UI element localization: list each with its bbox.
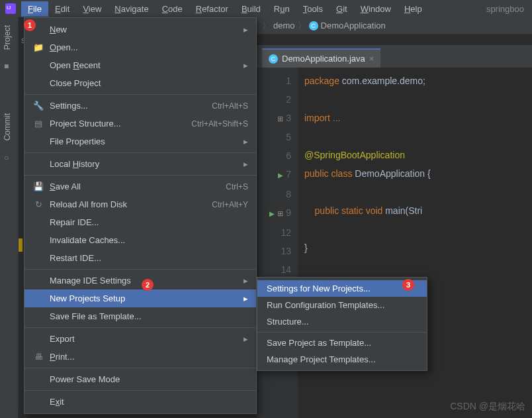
breadcrumb-item[interactable]: demo <box>273 21 295 30</box>
chevron-right-icon: ▸ <box>244 334 248 344</box>
editor-tab-active[interactable]: C DemoApplication.java × <box>262 48 380 68</box>
file-menu-dropdown: New▸ 📁Open... Open Recent▸ Close Project… <box>24 17 257 414</box>
line-number: ⊞3 <box>257 109 291 128</box>
separator <box>24 152 256 153</box>
line-number: 1 <box>257 72 291 90</box>
file-project-structure[interactable]: ▤Project Structure...Ctrl+Alt+Shift+S <box>24 115 256 132</box>
file-restart[interactable]: Restart IDE... <box>24 249 256 267</box>
file-power-save[interactable]: Power Save Mode <box>24 370 256 388</box>
separator <box>257 332 427 333</box>
file-exit[interactable]: Exit <box>24 393 256 411</box>
line-number: 2 <box>257 90 291 109</box>
menu-help[interactable]: Help <box>398 1 429 17</box>
chevron-right-icon: 〉 <box>262 20 271 32</box>
file-reload[interactable]: ↻Reload All from DiskCtrl+Alt+Y <box>24 195 256 213</box>
chevron-right-icon: ▸ <box>244 136 248 146</box>
navigation-breadcrumb: 〉 demo 〉 C DemoApplication <box>257 17 532 34</box>
expand-icon: ⊞ <box>277 209 283 217</box>
print-icon: 🖶 <box>32 352 44 362</box>
class-icon: C <box>309 21 318 30</box>
line-number: 14 <box>257 260 291 279</box>
menubar: File Edit View Navigate Code Refactor Bu… <box>0 0 532 17</box>
commit-tab-label: Commit <box>3 113 12 140</box>
chevron-right-icon: 〉 <box>298 20 306 32</box>
line-number: 5 <box>257 128 291 146</box>
editor-tabs: C DemoApplication.java × <box>257 45 532 68</box>
chevron-right-icon: ▸ <box>244 25 248 34</box>
structure-icon: ▤ <box>32 119 44 129</box>
new-projects-submenu: Settings for New Projects... Run Configu… <box>257 277 427 371</box>
chevron-right-icon: ▸ <box>244 293 248 303</box>
reload-icon: ↻ <box>32 199 44 209</box>
file-export[interactable]: Export▸ <box>24 330 256 348</box>
menu-build[interactable]: Build <box>235 1 267 17</box>
submenu-settings-new-projects[interactable]: Settings for New Projects... <box>257 280 427 297</box>
wrench-icon: 🔧 <box>32 101 44 111</box>
separator <box>24 368 256 368</box>
menu-edit[interactable]: Edit <box>48 1 76 17</box>
folder-icon[interactable]: ■ <box>0 58 18 75</box>
submenu-save-project-template[interactable]: Save Project as Template... <box>257 335 427 351</box>
menu-window[interactable]: Window <box>354 1 398 17</box>
file-manage-ide-settings[interactable]: Manage IDE Settings▸ <box>24 272 256 289</box>
callout-badge-3: 3 <box>402 279 414 291</box>
menu-navigate[interactable]: Navigate <box>108 1 155 17</box>
watermark: CSDN @是烟花哈 <box>450 401 525 413</box>
file-new[interactable]: New▸ <box>24 21 256 38</box>
class-icon: C <box>269 54 278 64</box>
menu-code[interactable]: Code <box>155 1 189 17</box>
chevron-right-icon: ▸ <box>244 60 248 70</box>
left-tool-strip: Project ■ Commit ○ <box>0 17 19 418</box>
file-properties[interactable]: File Properties▸ <box>24 132 256 150</box>
file-repair[interactable]: Repair IDE... <box>24 213 256 231</box>
menu-refactor[interactable]: Refactor <box>189 1 235 17</box>
line-number: ▶⊞9 <box>257 203 291 223</box>
callout-badge-2: 2 <box>142 279 154 291</box>
menu-tools[interactable]: Tools <box>296 1 330 17</box>
commit-tool-tab[interactable]: Commit <box>0 105 15 148</box>
file-open[interactable]: 📁Open... <box>24 38 256 56</box>
project-tool-tab[interactable]: Project <box>0 17 15 58</box>
run-icon: ▶ <box>278 166 283 185</box>
line-number: ▶7 <box>257 165 291 185</box>
callout-badge-1: 1 <box>24 19 36 31</box>
line-number: 13 <box>257 242 291 260</box>
file-save-template[interactable]: Save File as Template... <box>24 307 256 325</box>
menu-view[interactable]: View <box>76 1 108 17</box>
submenu-structure[interactable]: Structure... <box>257 313 427 330</box>
folder-open-icon: 📁 <box>32 42 44 52</box>
submenu-manage-project-templates[interactable]: Manage Project Templates... <box>257 351 427 368</box>
line-number: 6 <box>257 146 291 165</box>
project-name-label: springboo <box>481 1 529 17</box>
chevron-right-icon: ▸ <box>244 276 248 286</box>
save-icon: 💾 <box>32 182 44 191</box>
line-number: 8 <box>257 185 291 203</box>
menu-file[interactable]: File <box>21 1 48 17</box>
chevron-right-icon: ▸ <box>244 159 248 169</box>
separator <box>24 327 256 328</box>
file-open-recent[interactable]: Open Recent▸ <box>24 56 256 74</box>
project-tab-label: Project <box>3 25 12 50</box>
separator <box>24 94 256 95</box>
menu-run[interactable]: Run <box>267 1 296 17</box>
breadcrumb-item[interactable]: DemoApplication <box>321 21 386 30</box>
highlight-marker <box>19 238 22 252</box>
file-print[interactable]: 🖶Print... <box>24 348 256 366</box>
intellij-logo-icon <box>5 3 16 14</box>
separator <box>24 175 256 176</box>
expand-icon: ⊞ <box>277 115 283 123</box>
submenu-run-config-templates[interactable]: Run Configuration Templates... <box>257 297 427 313</box>
file-local-history[interactable]: Local History▸ <box>24 155 256 173</box>
file-invalidate[interactable]: Invalidate Caches... <box>24 231 256 249</box>
file-settings[interactable]: 🔧Settings...Ctrl+Alt+S <box>24 97 256 115</box>
file-save-all[interactable]: 💾Save AllCtrl+S <box>24 178 256 195</box>
file-close-project[interactable]: Close Project <box>24 74 256 92</box>
file-new-projects-setup[interactable]: New Projects Setup▸ <box>24 289 256 307</box>
tab-filename: DemoApplication.java <box>282 54 365 64</box>
commit-icon[interactable]: ○ <box>0 149 18 166</box>
separator <box>24 269 256 270</box>
menu-git[interactable]: Git <box>330 1 354 17</box>
line-number: 12 <box>257 223 291 242</box>
separator <box>24 390 256 391</box>
close-icon[interactable]: × <box>369 54 375 64</box>
